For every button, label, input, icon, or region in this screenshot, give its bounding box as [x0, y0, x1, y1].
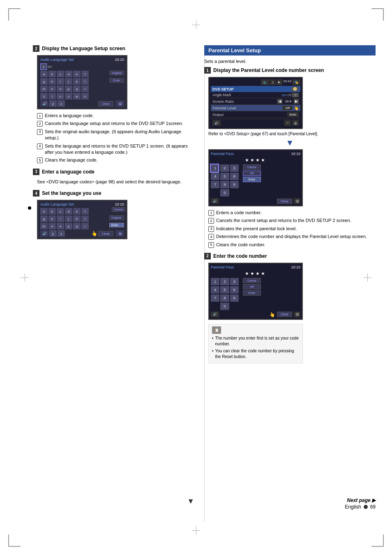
screen-ratio-left[interactable]: ◀	[277, 99, 282, 104]
parental-pass-screen2: Parental Pass 10:10 ★★★★ 1 2 3 4 5 6 7 8…	[208, 263, 303, 320]
k2-p[interactable]: p	[65, 223, 72, 229]
np-clear-btn1[interactable]: Clear	[277, 199, 292, 204]
key-y[interactable]: y	[49, 100, 57, 107]
key-x[interactable]: x	[81, 93, 89, 99]
np-btn-enter1[interactable]: Enter	[243, 177, 261, 182]
key-k[interactable]: k	[73, 78, 81, 85]
kbd-cancel-btn[interactable]: Cancel	[112, 207, 125, 212]
btn-clear1[interactable]: Clear	[98, 101, 113, 106]
k2-c[interactable]: c	[57, 208, 64, 215]
np-power2: ⏻	[294, 312, 300, 317]
np2-key-6[interactable]: 6	[230, 286, 239, 294]
key-s[interactable]: s	[40, 93, 48, 99]
np-key-8[interactable]: 8	[220, 181, 229, 188]
instr2-2: 2 Cancels the language setup and returns…	[37, 120, 191, 127]
screen-ratio-value: 16:9	[283, 99, 293, 103]
key-a[interactable]: a	[40, 71, 48, 77]
np-key-4[interactable]: 4	[211, 173, 219, 180]
k2-y[interactable]: y	[49, 230, 57, 237]
key-v[interactable]: v	[65, 93, 72, 99]
angle-on[interactable]: On	[282, 93, 286, 97]
k2-e[interactable]: e	[73, 208, 81, 215]
key-j[interactable]: j	[65, 78, 72, 85]
key-w[interactable]: w	[73, 93, 81, 99]
btn-clear2[interactable]: Clear	[98, 231, 113, 236]
num2-4: 4	[37, 143, 43, 149]
btn-enter1[interactable]: Enter	[109, 78, 124, 83]
output-value: Auto	[287, 112, 299, 117]
np-clear-btn2[interactable]: Clear	[277, 312, 292, 317]
kbd2-enter-highlight[interactable]: Enter	[109, 223, 124, 227]
np2-key-1[interactable]: 1	[211, 278, 219, 285]
arrow-down: ▼	[204, 138, 376, 148]
np-btn-cancel2[interactable]: Cancel	[243, 278, 261, 283]
np-key-2[interactable]: 2	[220, 164, 229, 172]
k2-h[interactable]: h	[48, 215, 56, 222]
angle-icon: ↕	[292, 93, 299, 97]
k2-n2[interactable]: n	[48, 223, 56, 229]
num2-5: 5	[37, 157, 43, 163]
key-d[interactable]: d	[65, 71, 72, 77]
key-h[interactable]: h	[48, 78, 56, 85]
key-r[interactable]: r	[81, 86, 89, 92]
btn-original1[interactable]: Original	[109, 71, 124, 75]
key-b[interactable]: b	[48, 71, 56, 77]
np-btn-enter2[interactable]: Enter	[243, 290, 261, 296]
key-z[interactable]: z	[58, 100, 65, 107]
k2-l[interactable]: l	[81, 215, 89, 222]
np2-key-7[interactable]: 7	[211, 294, 219, 302]
np-key-6[interactable]: 6	[230, 173, 239, 180]
key-t[interactable]: t	[48, 93, 56, 99]
key-i[interactable]: i	[57, 78, 64, 85]
np-btn-off2[interactable]: Off	[243, 284, 261, 289]
step2-instructions: 1 Enters a language code. 2 Cancels the …	[37, 113, 191, 164]
r-instr1-1: 1 Enters a code number.	[208, 210, 376, 216]
np-key-3[interactable]: 3	[230, 164, 239, 172]
instr2-5: 5 Clears the language code.	[37, 157, 191, 163]
key-n[interactable]: n	[48, 86, 56, 92]
kbd-power-icon: ⏻	[116, 100, 124, 107]
arrow-bottom-left: ▼	[187, 497, 194, 506]
np-key-0[interactable]: 0	[220, 189, 229, 197]
k2-k[interactable]: k	[73, 215, 81, 222]
np2-key-8[interactable]: 8	[220, 294, 229, 302]
instr2-3: 3 Sets the original audio language. (It …	[37, 129, 191, 141]
np-btn-off1[interactable]: Off	[243, 171, 261, 176]
k2-o[interactable]: o	[57, 223, 64, 229]
k2-n[interactable]: n	[40, 208, 48, 215]
key-c[interactable]: c	[57, 71, 64, 77]
np2-key-5[interactable]: 5	[220, 286, 229, 294]
np2-key-3[interactable]: 3	[230, 278, 239, 285]
key-g[interactable]: g	[40, 78, 48, 85]
k2-r[interactable]: r	[81, 223, 89, 229]
key-q[interactable]: q	[73, 86, 81, 92]
k2-f[interactable]: f	[81, 208, 89, 215]
key-u[interactable]: u	[57, 93, 64, 99]
k2-z[interactable]: z	[58, 230, 65, 237]
k2-i[interactable]: i	[57, 215, 64, 222]
k2-b[interactable]: b	[48, 208, 56, 215]
np-key-9[interactable]: 9	[230, 181, 239, 188]
np-btn-cancel1[interactable]: Cancel	[243, 164, 261, 170]
key-o[interactable]: o	[57, 86, 64, 92]
key-l[interactable]: l	[81, 78, 89, 85]
key-f[interactable]: f	[81, 71, 89, 77]
key-e[interactable]: e	[73, 71, 81, 77]
k2-g[interactable]: g	[40, 215, 48, 222]
kbd2-original[interactable]: Original	[109, 215, 124, 220]
np2-key-4[interactable]: 4	[211, 286, 219, 294]
np-key-7[interactable]: 7	[211, 181, 219, 188]
screen-ratio-right[interactable]: ▶	[294, 99, 299, 104]
key-m[interactable]: m	[40, 86, 48, 92]
np2-key-0[interactable]: 0	[220, 303, 229, 310]
k2-q[interactable]: q	[73, 223, 81, 229]
k2-j[interactable]: j	[65, 215, 72, 222]
np2-key-9[interactable]: 9	[230, 294, 239, 302]
angle-off[interactable]: Off	[287, 93, 291, 97]
k2-m[interactable]: m	[40, 223, 48, 229]
k2-d[interactable]: d	[65, 208, 72, 215]
key-p[interactable]: p	[65, 86, 72, 92]
np-key-5[interactable]: 5	[220, 173, 229, 180]
np2-key-2[interactable]: 2	[220, 278, 229, 285]
kbd-time1: 10:10	[115, 58, 124, 62]
